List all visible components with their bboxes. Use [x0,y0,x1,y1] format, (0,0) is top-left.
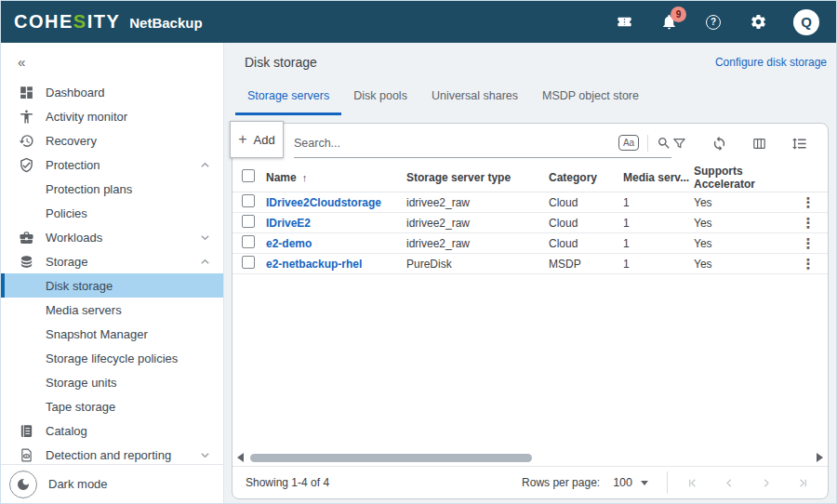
storage-server-link[interactable]: e2-netbackup-rhel [266,258,362,271]
row-checkbox[interactable] [242,215,255,228]
table-row: IDrivee2Cloudstorage idrivee2_raw Cloud … [232,192,828,213]
columns-icon[interactable] [751,136,767,152]
table-row: IDriveE2 idrivee2_raw Cloud 1 Yes ⋮ [232,213,828,233]
column-header-storage-server-type[interactable]: Storage server type [406,171,549,184]
row-actions-kebab-icon[interactable]: ⋮ [794,194,822,211]
help-icon[interactable]: ? [704,13,723,32]
select-all-checkbox[interactable] [242,169,255,182]
table-empty-space [232,274,828,449]
storage-server-link[interactable]: IDrivee2Cloudstorage [266,196,381,209]
sidebar: « Dashboard Activity monitor Recovery Pr… [1,43,224,503]
sidebar-item-storage-units[interactable]: Storage units [1,370,223,394]
sidebar-item-recovery[interactable]: Recovery [1,128,223,153]
tab-disk-pools[interactable]: Disk pools [341,89,419,115]
add-button[interactable]: + Add [230,121,284,158]
sidebar-item-label: Dashboard [46,86,105,99]
cell-media-servers: 1 [623,196,694,209]
sidebar-item-label: Activity monitor [46,110,127,124]
tab-msdp-object-store[interactable]: MSDP object store [530,89,651,115]
previous-page-icon[interactable] [723,476,737,490]
refresh-icon[interactable] [711,136,727,152]
configure-disk-storage-link[interactable]: Configure disk storage [715,56,827,69]
column-header-category[interactable]: Category [549,171,623,184]
first-page-icon[interactable] [686,476,700,490]
row-checkbox[interactable] [242,194,255,207]
table-row: e2-netbackup-rhel PureDisk MSDP 1 Yes ⋮ [232,254,828,274]
sidebar-item-policies[interactable]: Policies [1,201,223,225]
chevron-down-icon [200,232,210,243]
sidebar-item-tape-storage[interactable]: Tape storage [1,394,223,418]
sidebar-item-label: Policies [46,206,87,220]
user-avatar[interactable]: Q [793,9,819,35]
storage-servers-card: + Add Aa [232,123,829,499]
cohesity-wordmark: COHESITY [14,11,120,33]
column-header-supports-accelerator[interactable]: Supports Accelerator [694,165,794,191]
search-input[interactable] [294,137,618,150]
storage-server-link[interactable]: e2-demo [266,237,312,250]
sidebar-item-catalog[interactable]: Catalog [1,418,223,443]
row-density-icon[interactable] [791,136,807,152]
tab-storage-servers[interactable]: Storage servers [235,89,341,115]
sidebar-item-label: Protection [46,158,100,172]
sidebar-item-label: Disk storage [46,279,113,293]
workloads-briefcase-icon [18,229,34,245]
rows-per-page-caret-icon[interactable] [641,481,648,485]
scrollbar-thumb[interactable] [250,454,532,462]
last-page-icon[interactable] [795,476,809,490]
notifications-bell-icon[interactable]: 9 [659,13,678,32]
column-header-media-servers[interactable]: Media serv... [623,171,694,184]
match-case-toggle[interactable]: Aa [618,135,639,151]
scroll-right-arrow-icon[interactable] [817,453,823,462]
sidebar-item-disk-storage[interactable]: Disk storage [1,273,223,298]
sidebar-item-activity-monitor[interactable]: Activity monitor [1,104,223,128]
rows-per-page-label: Rows per page: [522,476,600,489]
sidebar-item-label: Storage [46,255,88,269]
row-actions-kebab-icon[interactable]: ⋮ [794,256,822,272]
sidebar-item-media-servers[interactable]: Media servers [1,298,223,322]
product-name: NetBackup [129,15,202,31]
storage-server-link[interactable]: IDriveE2 [266,217,311,230]
table-header-row: Name↑ Storage server type Category Media… [232,163,828,192]
row-checkbox[interactable] [242,235,255,248]
table-toolbar: + Add Aa [232,124,828,163]
cell-supports-accelerator: Yes [694,217,794,230]
sidebar-item-protection-plans[interactable]: Protection plans [1,177,223,201]
settings-gear-icon[interactable] [749,13,767,32]
search-field: Aa [294,128,671,158]
license-ticket-icon[interactable] [615,13,633,32]
row-actions-kebab-icon[interactable]: ⋮ [794,215,822,232]
next-page-icon[interactable] [759,476,773,490]
search-divider [647,135,648,152]
activity-monitor-icon [18,108,34,125]
sidebar-item-label: Detection and reporting [46,448,171,462]
row-actions-kebab-icon[interactable]: ⋮ [794,235,822,252]
topbar: COHESITY NetBackup 9 ? Q [1,1,836,43]
sidebar-item-snapshot-manager[interactable]: Snapshot Manager [1,322,223,346]
column-header-name[interactable]: Name↑ [266,171,406,184]
notification-badge: 9 [671,7,686,22]
cell-category: Cloud [549,237,623,250]
search-icon[interactable] [657,136,671,151]
sidebar-collapse-button[interactable]: « [1,50,223,73]
rows-per-page-select[interactable]: 100 [613,476,632,489]
cell-storage-server-type: PureDisk [406,258,549,271]
sidebar-item-workloads[interactable]: Workloads [1,225,223,249]
tab-universal-shares[interactable]: Universal shares [419,89,530,115]
logo-prefix: COHE [14,11,73,32]
cohesity-netbackup-logo: COHESITY NetBackup [14,11,203,33]
row-checkbox[interactable] [242,256,255,269]
sidebar-item-label: Storage lifecycle policies [46,351,178,365]
sidebar-item-label: Workloads [46,231,102,245]
page-title: Disk storage [245,55,317,70]
scroll-left-arrow-icon[interactable] [237,453,244,462]
sidebar-item-label: Storage units [46,376,117,390]
sidebar-item-storage[interactable]: Storage [1,249,223,273]
dark-mode-toggle[interactable]: Dark mode [1,464,223,503]
dark-mode-moon-icon [9,471,37,498]
sidebar-item-dashboard[interactable]: Dashboard [1,80,223,104]
sidebar-item-protection[interactable]: Protection [1,153,223,177]
sidebar-item-label: Protection plans [46,182,132,196]
help-question-glyph: ? [706,15,721,30]
filter-icon[interactable] [671,136,687,152]
sidebar-item-storage-lifecycle-policies[interactable]: Storage lifecycle policies [1,346,223,370]
